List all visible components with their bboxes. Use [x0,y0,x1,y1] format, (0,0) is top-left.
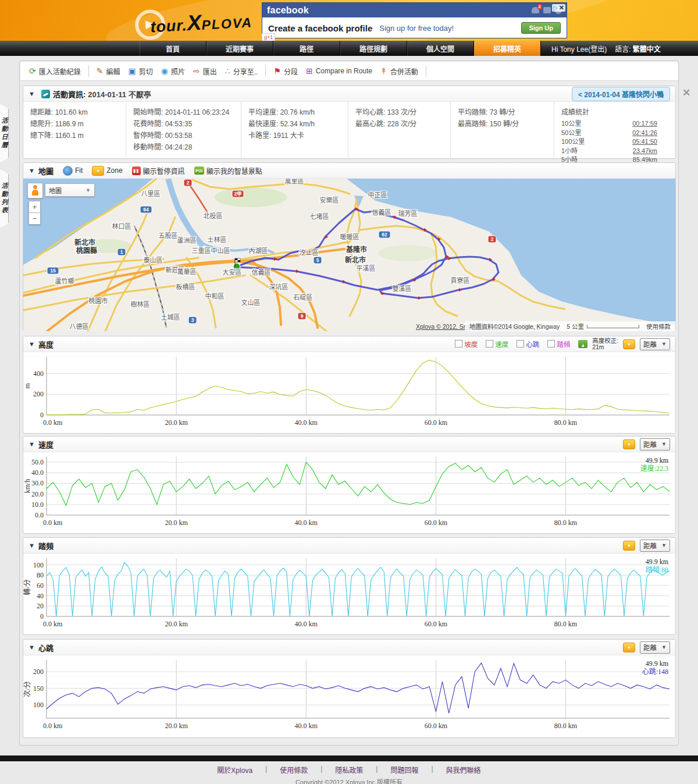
svg-text:20.0: 20.0 [31,490,44,498]
map-type-select[interactable]: 地圖▼ [45,183,95,197]
map-fit-button[interactable]: Fit [63,166,83,176]
svg-text:0.0 km: 0.0 km [43,519,63,527]
adchoices-icon[interactable]: ▷ [553,5,558,11]
footer-links: 關於Xplova|使用條款|隱私政策|問題回報|與我們聯絡 [0,765,698,775]
collapse-triangle-icon[interactable]: ▼ [29,90,35,97]
record-link[interactable]: 23.47km [633,147,657,156]
map-label: 新北市 [74,238,95,247]
collapse-triangle-icon[interactable]: ▼ [29,441,35,448]
records-title: 成績統計 [561,107,657,118]
compare-button[interactable]: ⊞Compare in Route [306,67,372,75]
map-zone-button[interactable]: ▾Zone [92,166,122,176]
overlay-checkbox-速度[interactable]: 速度 [486,339,512,349]
svg-text:20.0 km: 20.0 km [165,620,188,628]
facebook-ad-header: facebook 2 [262,3,567,17]
share-button[interactable]: ∴分享至.. [225,66,258,76]
map-label: 基隆市 [346,245,367,254]
checkbox-icon[interactable] [455,340,462,347]
record-link[interactable]: 05:41:50 [632,137,657,147]
zoom-in-button[interactable]: + [29,201,41,212]
distance-mode-select[interactable]: 距離▼ [640,641,670,654]
compare-icon: ⊞ [306,67,313,75]
cadence-chart[interactable]: 0204060801000.0 km20.0 km40.0 km60.0 km8… [23,554,675,634]
footer-link[interactable]: 隱私政策 [322,765,376,775]
lap-button[interactable]: ⚑分段 [273,66,298,76]
svg-text:5: 5 [316,257,319,263]
friends-icon[interactable]: 2 [532,7,539,13]
pegman-control[interactable] [27,183,43,198]
collapse-triangle-icon[interactable]: ▼ [29,644,35,651]
collapse-triangle-icon[interactable]: ▼ [29,167,35,174]
elevation-chart[interactable]: 02004000.0 km20.0 km40.0 km60.0 km80.0 k… [23,352,675,432]
distance-mode-select[interactable]: 距離▼ [640,438,670,450]
collapse-triangle-icon[interactable]: ▼ [29,340,35,347]
map-label: 中山區 [211,247,230,254]
pause-info-icon: ▮▮ [132,166,141,175]
footer-link[interactable]: 使用條款 [267,765,320,775]
distance-mode-select[interactable]: 距離▼ [640,540,670,552]
svg-text:20.0 km: 20.0 km [165,519,188,527]
overlay-checkbox-心跳[interactable]: 心跳 [517,339,543,349]
map-canvas[interactable]: 1564135622292甲 萬里區中正區安樂區信義區七堵區瑞芳區北投區八里區林… [23,179,675,331]
footer-link[interactable]: 關於Xplova [204,765,265,775]
user-menu[interactable]: Hi Tony Lee(登出) [551,44,607,54]
nav-item[interactable]: 路徑 [273,41,340,56]
footer-link[interactable]: 與我們聯絡 [433,765,494,775]
export-icon: ⇨ [193,67,200,75]
nav-item[interactable]: 路徑規劃 [340,41,407,56]
nav-item[interactable]: 近期賽事 [206,41,273,56]
collapse-triangle-icon[interactable]: ▼ [29,542,35,549]
photo-button[interactable]: ◉照片 [161,66,185,76]
checkbox-icon[interactable] [547,340,555,347]
distance-mode-select[interactable]: 距離▼ [640,338,670,350]
show-pause-info-toggle[interactable]: ▮▮顯示暫停資訊 [132,166,185,176]
nav-item[interactable]: 個人空間 [407,41,474,56]
merge-button[interactable]: ↟合併活動 [380,66,418,76]
overlay-checkbox-踏頻[interactable]: 踏頻 [547,339,574,349]
svg-text:60: 60 [37,581,44,590]
gplus-button[interactable]: g+1 [262,33,275,41]
prev-activity-button[interactable]: < 2014-01-04 基隆快閃小鴨 [572,87,670,101]
ad-close-icon[interactable]: ✕ [559,4,564,12]
zone-bubble-icon[interactable]: ▾ [623,339,635,349]
svg-text:踏頻:88: 踏頻:88 [646,566,668,574]
messages-icon[interactable] [543,7,551,13]
record-row: 1小時23.47km [561,147,657,156]
crop-button[interactable]: ▣剪切 [129,66,153,76]
zone-bubble-icon[interactable]: ▾ [623,439,635,449]
checkbox-icon[interactable] [517,340,524,347]
stat-line: 最高踏頻: 150 轉/分 [458,118,548,130]
show-smart-poi-toggle[interactable]: POI顯示我的智慧景點 [194,166,262,176]
overlay-checkbox-坡度[interactable]: 坡度 [455,339,481,349]
terms-link[interactable]: 使用條款 [646,322,671,331]
speed-chart[interactable]: 0.010.020.030.040.050.00.0 km20.0 km40.0… [23,452,675,533]
nav-item[interactable]: 首頁 [140,41,206,56]
export-button[interactable]: ⇨匯出 [193,66,217,76]
heart-rate-chart[interactable]: 1001502000.0 km20.0 km40.0 km60.0 km80.0… [23,655,675,736]
edit-button[interactable]: ✎編輯 [97,66,120,76]
checkbox-icon[interactable] [486,340,493,347]
nav-item[interactable]: 招募精英 [474,41,541,56]
import-button[interactable]: ⟳匯入活動紀錄 [29,66,81,76]
zone-bubble-icon[interactable]: ▾ [623,541,635,551]
signup-button[interactable]: Sign Up [521,22,561,34]
map-label: 萬里區 [285,179,304,185]
facebook-ad[interactable]: facebook 2 Create a facebook profile Sig… [262,2,567,38]
svg-text:80: 80 [37,571,44,579]
map-label: 七堵區 [310,212,329,220]
checkbox-label: 速度 [495,341,508,348]
language-select[interactable]: 語言: 繁體中文 [615,44,661,54]
sidebar-tab-activity-list[interactable]: 活動列表 [0,169,9,228]
footer: 關於Xplova|使用條款|隱私政策|問題回報|與我們聯絡 Copyright … [0,765,698,784]
map-credit: 地圖資料©2014 Google, Kingway [469,322,560,331]
footer-link[interactable]: 問題回報 [378,765,431,775]
sidebar-tab-activity-calendar[interactable]: 活動日曆 [0,104,9,163]
svg-text:20.0 km: 20.0 km [165,418,188,427]
record-link[interactable]: 00:17:59 [632,119,657,129]
zoom-out-button[interactable]: − [29,212,41,225]
stat-line: 移動時間: 04:24:28 [133,141,235,153]
zone-bubble-icon[interactable]: ▾ [623,643,635,652]
map-label: 內湖區 [249,247,268,254]
record-link[interactable]: 02:41:26 [632,129,657,138]
close-activity-icon[interactable]: ✕ [682,87,690,99]
